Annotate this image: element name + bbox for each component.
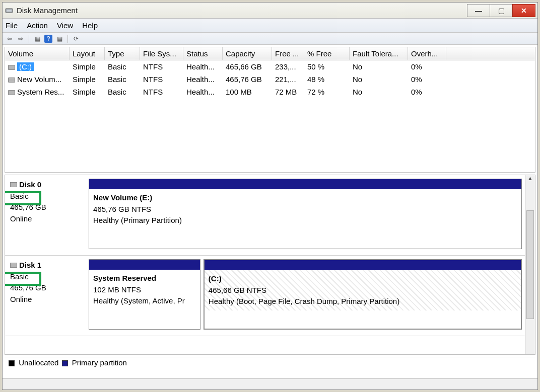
col-status[interactable]: Status [183,47,223,60]
forward-icon[interactable]: ⇨ [17,35,25,43]
col-fault[interactable]: Fault Tolera... [350,47,408,60]
col-overhead[interactable]: Overh... [408,47,446,60]
menu-view[interactable]: View [57,21,73,30]
svg-rect-1 [7,10,12,12]
disk-row: Disk 0Basic465,76 GBOnlineNew Volume (E:… [5,175,525,256]
titlebar[interactable]: Disk Management — ▢ ✕ [3,3,537,19]
vertical-scrollbar[interactable]: ▲ [525,175,535,354]
window-controls: — ▢ ✕ [467,4,535,17]
partition-area: New Volume (E:)465,76 GB NTFSHealthy (Pr… [86,175,525,255]
legend-unallocated: Unallocated [19,358,58,367]
refresh-icon[interactable]: ⟳ [72,35,80,43]
partition-header-bar [89,260,200,270]
maximize-button[interactable]: ▢ [490,4,513,17]
disk-graphical-view: Disk 0Basic465,76 GBOnlineNew Volume (E:… [5,175,535,355]
window-title: Disk Management [17,6,78,15]
volume-row[interactable]: (C:)SimpleBasicNTFSHealth...465,66 GB233… [5,60,535,73]
col-volume[interactable]: Volume [5,47,70,60]
partition-header-bar [89,179,521,189]
view2-icon[interactable]: ▦ [55,35,63,43]
legend-swatch-primary [62,360,68,366]
scroll-up-icon[interactable]: ▲ [525,175,535,184]
scroll-thumb[interactable] [526,210,534,319]
highlight-box [5,191,41,205]
col-layout[interactable]: Layout [70,47,105,60]
statusbar [3,378,537,389]
help-icon[interactable]: ? [44,35,52,43]
col-type[interactable]: Type [105,47,140,60]
toolbar-separator [68,35,68,43]
drive-icon [8,77,15,83]
view1-icon[interactable]: ▦ [33,35,41,43]
toolbar-separator [29,35,29,43]
legend-primary: Primary partition [72,358,127,367]
menu-help[interactable]: Help [82,21,98,30]
col-free[interactable]: Free ... [272,47,304,60]
partition[interactable]: System Reserved102 MB NTFSHealthy (Syste… [89,259,200,330]
drive-icon [8,65,15,70]
disk-icon [10,182,17,187]
toolbar: ⇦ ⇨ ▦ ? ▦ ⟳ [3,33,537,45]
disk-management-window: Disk Management — ▢ ✕ File Action View H… [2,2,538,390]
menubar: File Action View Help [3,19,537,33]
back-icon[interactable]: ⇦ [6,35,14,43]
partition-header-bar [205,260,521,270]
partition[interactable]: (C:)465,66 GB NTFSHealthy (Boot, Page Fi… [204,259,522,330]
disk-label[interactable]: Disk 1Basic465,76 GBOnline [5,256,86,336]
close-button[interactable]: ✕ [512,4,535,17]
menu-action[interactable]: Action [27,21,48,30]
volume-list-header: Volume Layout Type File Sys... Status Ca… [5,47,535,60]
menu-file[interactable]: File [6,21,18,30]
col-capacity[interactable]: Capacity [223,47,272,60]
disk-label[interactable]: Disk 0Basic465,76 GBOnline [5,175,86,255]
disk-row: Disk 1Basic465,76 GBOnlineSystem Reserve… [5,256,525,336]
legend: Unallocated Primary partition [5,357,535,368]
volume-list: Volume Layout Type File Sys... Status Ca… [5,47,535,173]
partition-area: System Reserved102 MB NTFSHealthy (Syste… [86,256,525,336]
highlight-box [5,272,41,286]
volume-row[interactable]: New Volum...SimpleBasicNTFSHealth...465,… [5,73,535,86]
legend-swatch-unallocated [9,360,15,366]
disk-icon [10,263,17,268]
minimize-button[interactable]: — [467,4,490,17]
col-pctfree[interactable]: % Free [304,47,350,60]
drive-icon [8,90,15,95]
disk-management-icon [5,6,14,15]
partition[interactable]: New Volume (E:)465,76 GB NTFSHealthy (Pr… [89,179,522,249]
volume-row[interactable]: System Res...SimpleBasicNTFSHealth...100… [5,86,535,98]
col-filesystem[interactable]: File Sys... [140,47,183,60]
